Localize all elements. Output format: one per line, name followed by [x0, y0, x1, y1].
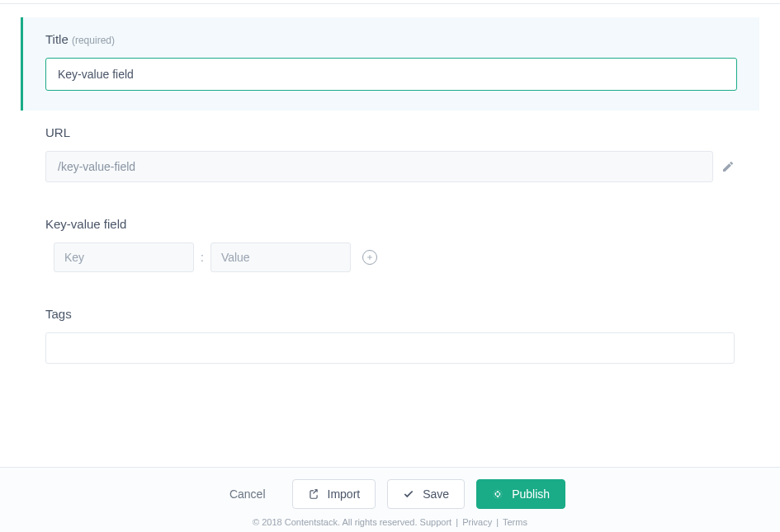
kv-key-input[interactable] [54, 242, 194, 272]
copyright-text: © 2018 Contentstack. All rights reserved… [253, 517, 417, 527]
url-display: /key-value-field [45, 151, 713, 182]
kv-row: : [54, 242, 735, 272]
kv-value-input[interactable] [210, 242, 351, 272]
save-label: Save [423, 487, 449, 501]
check-icon [403, 488, 414, 500]
title-label: Title (required) [45, 32, 737, 46]
privacy-link[interactable]: Privacy [462, 517, 492, 527]
import-label: Import [328, 487, 361, 501]
kv-separator: : [201, 251, 204, 264]
form-area: Title (required) URL /key-value-field Ke… [0, 17, 780, 384]
footer-sep-1: | [456, 517, 458, 527]
tags-section: Tags [21, 292, 759, 384]
kv-label: Key-value field [45, 217, 735, 231]
tags-label: Tags [45, 307, 735, 321]
support-link[interactable]: Support [420, 517, 452, 527]
import-button[interactable]: Import [292, 479, 376, 509]
footer-sep-2: | [496, 517, 499, 527]
publish-label: Publish [512, 487, 550, 501]
footer: Cancel Import Save [0, 467, 780, 532]
globe-icon [492, 488, 503, 500]
url-value: /key-value-field [58, 160, 135, 173]
tags-input[interactable] [45, 332, 735, 364]
title-label-text: Title [45, 32, 69, 46]
title-required-text: (required) [72, 35, 115, 46]
edit-url-icon[interactable] [721, 160, 735, 173]
import-icon [308, 488, 319, 500]
title-input[interactable] [45, 58, 737, 91]
save-button[interactable]: Save [387, 479, 465, 509]
terms-link[interactable]: Terms [503, 517, 527, 527]
add-kv-icon[interactable] [362, 250, 377, 265]
cancel-label: Cancel [229, 487, 266, 501]
cancel-button[interactable]: Cancel [215, 479, 281, 509]
footer-text: © 2018 Contentstack. All rights reserved… [0, 517, 780, 527]
url-label: URL [45, 125, 735, 139]
kv-section: Key-value field : [21, 202, 759, 292]
url-row: /key-value-field [45, 151, 735, 182]
title-section: Title (required) [21, 17, 759, 111]
top-divider [0, 3, 780, 4]
button-row: Cancel Import Save [0, 479, 780, 509]
url-section: URL /key-value-field [21, 111, 759, 202]
publish-button[interactable]: Publish [476, 479, 565, 509]
